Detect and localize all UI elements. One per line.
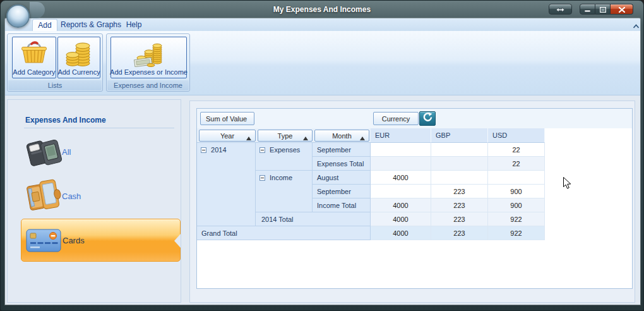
sort-ascending-icon bbox=[246, 134, 251, 142]
row-header-2014[interactable]: 2014 bbox=[197, 143, 256, 226]
sort-ascending-icon bbox=[303, 134, 308, 142]
sidebar-item-all[interactable]: All bbox=[21, 130, 181, 173]
column-header-eur[interactable]: EUR bbox=[371, 128, 431, 143]
pivot-value-cell[interactable]: 4000 bbox=[371, 198, 431, 212]
row-header-month[interactable]: August bbox=[313, 171, 371, 185]
group-caption-expenses-income: Expenses and Income bbox=[107, 80, 189, 90]
data-field-button[interactable]: Sum of Value bbox=[200, 112, 254, 125]
pivot-value-cell[interactable] bbox=[371, 157, 431, 171]
chevron-up-icon bbox=[633, 20, 640, 31]
pivot-value-cell[interactable]: 22 bbox=[488, 143, 545, 157]
pivot-value-cell[interactable]: 922 bbox=[488, 212, 545, 226]
sidebar-item-label: Cash bbox=[62, 192, 81, 201]
collapse-node-icon[interactable] bbox=[201, 147, 206, 154]
row-header-month[interactable]: September bbox=[313, 185, 371, 198]
minimize-button[interactable] bbox=[580, 4, 595, 15]
pivot-value-cell[interactable]: 22 bbox=[488, 157, 545, 171]
column-header-gbp[interactable]: GBP bbox=[431, 128, 488, 143]
row-header-income[interactable]: Income bbox=[256, 171, 313, 212]
sidebar-item-label: All bbox=[62, 147, 71, 157]
maximize-icon bbox=[600, 4, 606, 15]
field-label: Month bbox=[332, 132, 352, 140]
close-button[interactable] bbox=[611, 4, 633, 15]
pivot-value-cell[interactable]: 223 bbox=[431, 198, 488, 212]
tab-add[interactable]: Add bbox=[32, 19, 57, 31]
button-label: Add Currency bbox=[57, 68, 100, 78]
maximize-button[interactable] bbox=[595, 4, 611, 15]
row-header-month[interactable]: September bbox=[313, 143, 371, 157]
pivot-value-cell[interactable] bbox=[371, 143, 431, 157]
minimize-icon bbox=[585, 4, 590, 15]
pivot-value-cell[interactable] bbox=[431, 171, 488, 185]
pivot-grid: Sum of Value Currency Year Type Month bbox=[196, 108, 633, 289]
pivot-value-cell[interactable]: 223 bbox=[431, 226, 488, 240]
add-expenses-or-income-button[interactable]: Add Expenses or Income bbox=[110, 37, 187, 78]
row-header-expenses[interactable]: Expenses bbox=[256, 143, 313, 171]
pivot-value-cell[interactable]: 900 bbox=[488, 185, 545, 198]
ribbon-collapse-button[interactable] bbox=[630, 20, 641, 30]
navigation-sidebar: Expenses And Income All bbox=[7, 99, 181, 303]
row-header-label: Expenses bbox=[270, 146, 300, 154]
pivot-value-cell[interactable] bbox=[488, 171, 545, 185]
refresh-icon bbox=[423, 113, 432, 125]
sidebar-item-cards[interactable]: Cards bbox=[21, 219, 181, 262]
left-right-arrows-icon bbox=[556, 4, 565, 15]
add-category-button[interactable]: Add Category bbox=[12, 37, 56, 78]
sidebar-separator bbox=[24, 128, 174, 128]
coins-and-cash-icon bbox=[132, 37, 166, 68]
button-label: Add Category bbox=[13, 68, 55, 78]
ribbon-group-expenses-income: Add Expenses or Income Expenses and Inco… bbox=[106, 34, 190, 92]
pivot-value-cell[interactable] bbox=[371, 185, 431, 198]
sort-ascending-icon bbox=[360, 134, 365, 142]
row-field-type-button[interactable]: Type bbox=[258, 130, 313, 142]
pivot-value-cell[interactable]: 4000 bbox=[371, 212, 431, 226]
group-caption-lists: Lists bbox=[8, 80, 102, 90]
add-currency-button[interactable]: Add Currency bbox=[57, 37, 100, 78]
field-label: Year bbox=[220, 132, 234, 140]
column-header-usd[interactable]: USD bbox=[488, 128, 545, 143]
row-header-2014-total[interactable]: 2014 Total bbox=[256, 212, 371, 226]
pivot-value-cell[interactable] bbox=[431, 157, 488, 171]
tab-help[interactable]: Help bbox=[122, 19, 145, 31]
credit-card-icon bbox=[25, 221, 64, 260]
pivot-value-cell[interactable]: 223 bbox=[431, 185, 488, 198]
coin-stack-icon bbox=[65, 37, 93, 68]
sidebar-item-label: Cards bbox=[63, 236, 85, 245]
row-field-year-button[interactable]: Year bbox=[199, 130, 256, 142]
ribbon: Add Category Add Curre bbox=[5, 31, 640, 95]
wallet-icon bbox=[24, 176, 63, 216]
pivot-value-cell[interactable]: 4000 bbox=[371, 171, 431, 185]
row-header-label: Income bbox=[270, 174, 292, 181]
titlebar-ornament bbox=[30, 2, 45, 18]
collapse-node-icon[interactable] bbox=[259, 147, 265, 154]
pivot-value-cell[interactable]: 900 bbox=[488, 198, 545, 212]
collapse-node-icon[interactable] bbox=[259, 174, 265, 182]
pivot-value-cell[interactable]: 4000 bbox=[371, 226, 431, 240]
tab-reports-graphs[interactable]: Reports & Graphs bbox=[59, 19, 122, 31]
field-label: Type bbox=[278, 132, 293, 140]
refresh-button[interactable] bbox=[419, 111, 436, 126]
button-label: Add Expenses or Income bbox=[110, 68, 188, 78]
column-field-currency-button[interactable]: Currency bbox=[373, 112, 419, 125]
organizer-icon bbox=[24, 132, 63, 171]
row-header-label: 2014 bbox=[211, 146, 226, 154]
row-header-income-total[interactable]: Income Total bbox=[313, 198, 371, 212]
application-menu-button[interactable] bbox=[6, 4, 30, 28]
ribbon-tab-row: Add Reports & Graphs Help bbox=[5, 18, 640, 31]
sidebar-header: Expenses And Income bbox=[25, 116, 106, 125]
sidebar-item-cash[interactable]: Cash bbox=[21, 174, 181, 217]
window-title: My Expenses And Incomes bbox=[1, 5, 643, 14]
row-header-grand-total[interactable]: Grand Total bbox=[197, 226, 371, 240]
shopping-basket-icon bbox=[19, 37, 49, 68]
row-field-month-button[interactable]: Month bbox=[314, 130, 369, 142]
app-window: My Expenses And Incomes Add Reports & Gr… bbox=[0, 0, 644, 311]
pivot-value-cell[interactable] bbox=[431, 143, 488, 157]
pivot-value-cell[interactable]: 223 bbox=[431, 212, 488, 226]
style-switcher-button[interactable] bbox=[549, 4, 572, 15]
row-header-expenses-total[interactable]: Expenses Total bbox=[313, 157, 371, 171]
ribbon-group-lists: Add Category Add Curre bbox=[7, 34, 103, 92]
pivot-value-cell[interactable]: 922 bbox=[488, 226, 545, 240]
close-icon bbox=[619, 4, 625, 15]
